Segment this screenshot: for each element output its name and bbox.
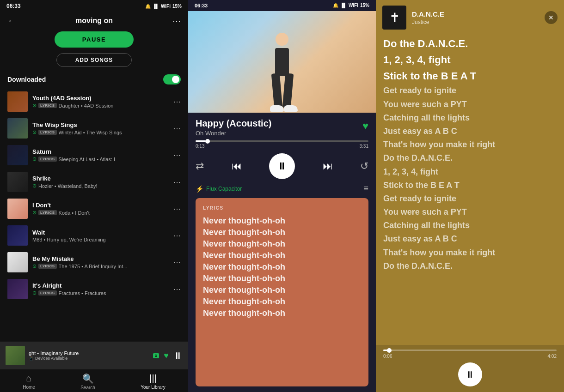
lyrics-progress-bar[interactable] bbox=[383, 350, 557, 351]
lyrics-card[interactable]: LYRICS Never thought-oh-oh Never thought… bbox=[196, 198, 368, 386]
nav-search-label: Search bbox=[80, 385, 95, 390]
flux-capacitor[interactable]: ⚡ Flux Capacitor bbox=[196, 185, 242, 193]
battery-label-1: 15% bbox=[172, 4, 182, 9]
track-item[interactable]: It's Alright ⊙ LYRICS Fractures • Fractu… bbox=[0, 276, 188, 302]
library-header: ← moving on ⋯ bbox=[0, 12, 188, 28]
track-more-button[interactable]: ⋯ bbox=[173, 258, 181, 267]
lyrics-badge: LYRICS bbox=[38, 130, 57, 135]
figure-body bbox=[275, 48, 289, 76]
notification-icon-2: 🔔 bbox=[333, 3, 338, 8]
lyrics-line-1: Never thought-oh-oh bbox=[203, 216, 361, 226]
nav-search[interactable]: 🔍 Search bbox=[80, 373, 95, 390]
progress-current: 0:13 bbox=[196, 144, 204, 149]
player-panel: 06:33 🔔 ▐▌ WiFi 15% bbox=[188, 0, 376, 392]
repeat-button[interactable]: ↺ bbox=[360, 160, 368, 172]
track-info-shrike: Shrike ⊙ Hozier • Wasteland, Baby! bbox=[32, 175, 169, 189]
track-item[interactable]: Shrike ⊙ Hozier • Wasteland, Baby! ⋯ bbox=[0, 169, 188, 195]
download-icon: ⊙ bbox=[32, 103, 37, 109]
track-item[interactable]: Youth (4AD Session) ⊙ LYRICS Daughter • … bbox=[0, 88, 188, 115]
lyrics-badge: LYRICS bbox=[38, 264, 57, 269]
now-playing-info: ght • Imaginary Future 📱 Devices Availab… bbox=[29, 350, 149, 361]
track-art-saturn bbox=[7, 145, 28, 165]
track-item[interactable]: I Don't ⊙ LYRICS Koda • I Don't ⋯ bbox=[0, 195, 188, 222]
album-cross-icon: ✝ bbox=[389, 10, 400, 25]
search-icon: 🔍 bbox=[82, 373, 94, 384]
track-more-button[interactable]: ⋯ bbox=[173, 231, 181, 240]
status-bar-1: 06:33 🔔 ▐▌ WiFi 15% bbox=[0, 0, 188, 12]
lyrics-full-line-5: You were such a PYT bbox=[383, 99, 557, 110]
heart-icon[interactable]: ♥ bbox=[164, 351, 169, 361]
lyrics-line-9: Never thought-oh-oh bbox=[203, 308, 361, 318]
download-icon: ⊙ bbox=[32, 290, 37, 296]
shuffle-button[interactable]: ⇄ bbox=[196, 160, 204, 172]
now-playing-bar[interactable]: ght • Imaginary Future 📱 Devices Availab… bbox=[0, 342, 188, 369]
lyrics-full-line-13: You were such a PYT bbox=[383, 206, 557, 218]
nav-home[interactable]: ⌂ Home bbox=[23, 373, 35, 390]
track-item[interactable]: Wait M83 • Hurry up, We're Dreaming ⋯ bbox=[0, 222, 188, 249]
track-meta: ⊙ LYRICS Koda • I Don't bbox=[32, 210, 169, 216]
lyrics-badge: LYRICS bbox=[38, 103, 57, 108]
pause-button[interactable]: PAUSE bbox=[55, 31, 134, 48]
devices-icon: 📱 bbox=[29, 356, 34, 361]
downloaded-label: Downloaded bbox=[7, 76, 46, 83]
play-pause-icon[interactable]: ⏸ bbox=[173, 350, 183, 361]
album-figure bbox=[188, 11, 376, 113]
progress-dot bbox=[205, 139, 210, 144]
lyrics-pause-button[interactable]: ⏸ bbox=[458, 362, 482, 386]
nav-library[interactable]: ||| Your Library bbox=[141, 373, 166, 390]
home-icon: ⌂ bbox=[26, 373, 31, 384]
play-pause-button[interactable]: ⏸ bbox=[269, 153, 295, 179]
lyrics-panel: ✝ D.A.N.C.E Justice ✕ Do the D.A.N.C.E. … bbox=[376, 0, 564, 392]
downloaded-toggle[interactable] bbox=[163, 74, 181, 84]
status-icons-2: 🔔 ▐▌ WiFi 15% bbox=[333, 3, 369, 8]
track-more-button[interactable]: ⋯ bbox=[173, 124, 181, 133]
track-item[interactable]: The Wisp Sings ⊙ LYRICS Winter Aid • The… bbox=[0, 115, 188, 142]
queue-button[interactable]: ≡ bbox=[363, 184, 368, 193]
track-art-shrike bbox=[7, 172, 28, 192]
shoe-left bbox=[270, 105, 284, 112]
time-2: 06:33 bbox=[195, 3, 208, 8]
track-more-button[interactable]: ⋯ bbox=[173, 97, 181, 106]
leg-left bbox=[271, 73, 282, 108]
track-more-button[interactable]: ⋯ bbox=[173, 151, 181, 160]
lyrics-full-line-8: That's how you make it right bbox=[383, 139, 557, 151]
lyrics-full-line-4: Get ready to ignite bbox=[383, 85, 557, 96]
track-more-button[interactable]: ⋯ bbox=[173, 178, 181, 187]
lyrics-badge: LYRICS bbox=[38, 210, 57, 215]
track-info-saturn: Saturn ⊙ LYRICS Sleeping At Last • Atlas… bbox=[32, 148, 169, 162]
track-info-mistake: Be My Mistake ⊙ LYRICS The 1975 • A Brie… bbox=[32, 255, 169, 269]
signal-icon: ▐▌ bbox=[153, 4, 159, 9]
extras-row: ⚡ Flux Capacitor ≡ bbox=[196, 184, 368, 193]
track-more-button[interactable]: ⋯ bbox=[173, 205, 181, 213]
track-more-button[interactable]: ⋯ bbox=[173, 285, 181, 294]
more-options-button[interactable]: ⋯ bbox=[172, 16, 181, 26]
library-icon: ||| bbox=[149, 373, 157, 384]
back-button[interactable]: ← bbox=[7, 16, 16, 26]
download-icon: ⊙ bbox=[32, 263, 37, 269]
lyrics-full-line-3: Stick to the B E A T bbox=[383, 69, 557, 84]
track-item[interactable]: Saturn ⊙ LYRICS Sleeping At Last • Atlas… bbox=[0, 142, 188, 169]
download-icon: ⊙ bbox=[32, 156, 37, 162]
heart-button[interactable]: ♥ bbox=[362, 120, 368, 132]
track-artist: Daughter • 4AD Session bbox=[59, 103, 114, 109]
track-item[interactable]: Be My Mistake ⊙ LYRICS The 1975 • A Brie… bbox=[0, 249, 188, 276]
track-meta: ⊙ LYRICS The 1975 • A Brief Inquiry Int.… bbox=[32, 263, 169, 269]
progress-bar[interactable] bbox=[196, 140, 368, 142]
track-name: Shrike bbox=[32, 175, 169, 182]
lyrics-label: LYRICS bbox=[203, 205, 361, 211]
song-artist: Oh Wonder bbox=[196, 130, 271, 137]
lyrics-line-6: Never thought-oh-oh bbox=[203, 274, 361, 283]
close-button[interactable]: ✕ bbox=[545, 11, 558, 24]
add-songs-button[interactable]: ADD SONGS bbox=[56, 53, 132, 67]
shoe-right bbox=[284, 105, 298, 112]
status-icons-1: 🔔 ▐▌ WiFi 15% bbox=[145, 4, 182, 9]
downloaded-row: Downloaded bbox=[0, 72, 188, 88]
previous-button[interactable]: ⏮ bbox=[232, 160, 242, 172]
next-button[interactable]: ⏭ bbox=[323, 160, 333, 172]
lyrics-song-title: D.A.N.C.E bbox=[412, 10, 539, 18]
progress-total: 3:31 bbox=[360, 144, 368, 149]
lyrics-current-time: 0:06 bbox=[383, 354, 392, 359]
lyrics-badge: LYRICS bbox=[38, 157, 57, 162]
time-1: 06:33 bbox=[6, 3, 21, 9]
track-artist: The 1975 • A Brief Inquiry Int... bbox=[59, 264, 128, 269]
